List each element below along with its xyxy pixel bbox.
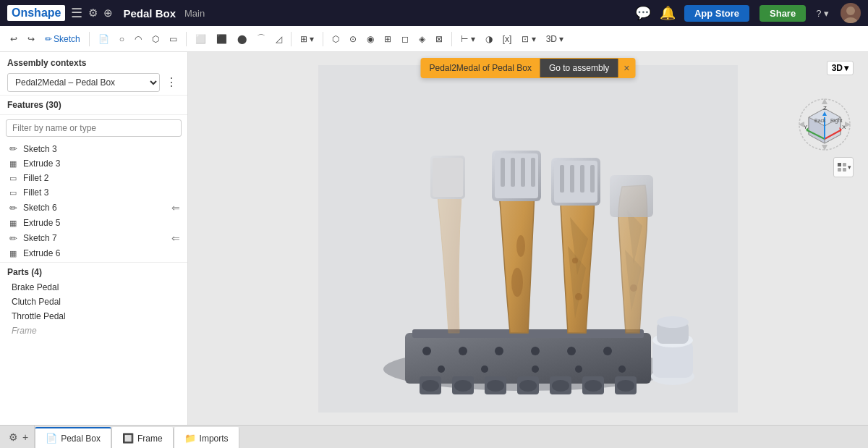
fillet-icon: ▭ <box>7 174 19 183</box>
tool-draft[interactable]: ◈ <box>414 31 430 47</box>
part-item-clutch[interactable]: Clutch Pedal <box>0 295 187 309</box>
tab-frame[interactable]: 🔲 Frame <box>111 427 174 448</box>
tool-shell[interactable]: ◻ <box>397 31 413 47</box>
notification-banner: Pedal2Medal of Pedal Box Go to assembly … <box>421 58 636 78</box>
bottom-tab-controls: ⚙ + <box>3 426 35 448</box>
tool-view-mode[interactable]: ⊡ ▾ <box>517 31 540 47</box>
separator-2 <box>186 32 187 46</box>
svg-point-33 <box>532 365 539 373</box>
tab-imports[interactable]: 📁 Imports <box>174 427 239 448</box>
tool-transform[interactable]: ⬡ <box>328 31 344 47</box>
folder-icon: 📁 <box>184 433 196 444</box>
viewport[interactable]: Pedal2Medal of Pedal Box Go to assembly … <box>188 52 868 425</box>
features-section: Features (30) ✏ Sketch 3 ▦ Extrude 3 ▭ F… <box>0 96 187 425</box>
feature-label: Fillet 2 <box>23 173 180 183</box>
feature-item-sketch6[interactable]: ✏ Sketch 6 ⇐ <box>0 200 187 216</box>
tool-curve[interactable]: ◠ <box>130 31 146 47</box>
feature-item-fillet2[interactable]: ▭ Fillet 2 <box>0 171 187 185</box>
fillet-icon: ▭ <box>7 188 19 198</box>
chat-icon[interactable]: 💬 <box>635 5 651 21</box>
tool-boolean[interactable]: ◉ <box>362 31 378 47</box>
chevron-down-icon: ▾ <box>844 63 848 73</box>
feature-item-extrude5[interactable]: ▦ Extrude 5 <box>0 216 187 230</box>
add-icon[interactable]: ⊕ <box>103 7 113 20</box>
tool-split[interactable]: ⊠ <box>431 31 447 47</box>
tool-pattern[interactable]: ⊞ <box>380 31 396 47</box>
tool-rect[interactable]: ▭ <box>165 31 182 47</box>
feature-item-extrude6[interactable]: ▦ Extrude 6 <box>0 246 187 261</box>
svg-point-77 <box>584 380 602 392</box>
redo-button[interactable]: ↪ <box>23 31 39 47</box>
svg-rect-43 <box>511 158 515 187</box>
svg-rect-44 <box>521 158 525 187</box>
svg-point-32 <box>481 365 488 373</box>
pencil-icon: ✏ <box>7 203 19 214</box>
feature-item-sketch3[interactable]: ✏ Sketch 3 <box>0 141 187 156</box>
context-dropdown[interactable]: Pedal2Medal – Pedal Box <box>7 73 160 92</box>
svg-point-35 <box>618 365 626 373</box>
svg-point-75 <box>519 380 537 392</box>
tab-pedal-box[interactable]: 📄 Pedal Box <box>35 427 111 448</box>
svg-rect-45 <box>531 158 535 187</box>
svg-rect-42 <box>501 158 505 187</box>
tool-expression[interactable]: [x] <box>498 31 516 47</box>
context-selector: Pedal2Medal – Pedal Box ⋮ <box>7 72 180 92</box>
tool-more-1[interactable]: ⊞ ▾ <box>296 31 318 47</box>
separator-4 <box>323 32 323 46</box>
go-to-assembly-button[interactable]: Go to assembly <box>540 59 618 77</box>
share-button[interactable]: Share <box>760 5 806 22</box>
hamburger-icon[interactable]: ☰ <box>71 5 82 21</box>
bottom-tabs: ⚙ + 📄 Pedal Box 🔲 Frame 📁 Imports <box>0 425 868 448</box>
feature-item-fillet3[interactable]: ▭ Fillet 3 <box>0 185 187 200</box>
feature-label: Sketch 7 <box>23 233 167 243</box>
view-cube[interactable]: X Y Z Right Back <box>796 96 854 153</box>
tool-cylinder[interactable]: ⬛ <box>212 31 231 47</box>
extrude-icon: ▦ <box>7 159 19 169</box>
bell-icon[interactable]: 🔔 <box>660 5 676 21</box>
part-item-brake[interactable]: Brake Pedal <box>0 280 187 295</box>
main-area: Assembly contexts Pedal2Medal – Pedal Bo… <box>0 52 868 425</box>
tab-label: Pedal Box <box>61 434 101 444</box>
tool-polygon[interactable]: ⬡ <box>148 31 163 47</box>
filter-input[interactable] <box>6 119 182 137</box>
tool-display[interactable]: ◑ <box>481 31 497 47</box>
part-item-frame[interactable]: Frame <box>0 324 187 338</box>
svg-rect-17 <box>838 163 841 166</box>
sidebar: Assembly contexts Pedal2Medal – Pedal Bo… <box>0 52 188 425</box>
view-options-button[interactable]: ▾ <box>833 157 854 177</box>
tab-label: Frame <box>137 434 163 444</box>
page-subtitle: Main <box>184 8 205 19</box>
tool-circle[interactable]: ○ <box>115 31 129 47</box>
tab-settings-icon[interactable]: ⚙ <box>9 431 18 443</box>
tool-measure[interactable]: ⊢ ▾ <box>456 31 479 47</box>
avatar[interactable] <box>841 3 861 23</box>
feature-item-extrude3[interactable]: ▦ Extrude 3 <box>0 156 187 171</box>
tool-fillet[interactable]: ⌒ <box>252 30 270 48</box>
close-banner-button[interactable]: × <box>618 58 635 78</box>
svg-point-64 <box>657 316 689 328</box>
banner-text: Pedal2Medal of Pedal Box <box>421 59 540 77</box>
part-item-throttle[interactable]: Throttle Pedal <box>0 309 187 324</box>
undo-button[interactable]: ↩ <box>6 31 22 47</box>
app-store-button[interactable]: App Store <box>684 5 749 22</box>
tab-add-icon[interactable]: + <box>22 431 28 443</box>
view-3d-button[interactable]: 3D ▾ <box>827 61 854 75</box>
sketch-button[interactable]: ✏ Sketch <box>41 31 85 47</box>
tool-new[interactable]: 📄 <box>94 31 114 47</box>
part-icon: 📄 <box>46 433 57 444</box>
tool-chamfer[interactable]: ◿ <box>271 31 286 47</box>
tool-3d-mode[interactable]: 3D ▾ <box>542 31 569 47</box>
tool-mate[interactable]: ⊙ <box>345 31 361 47</box>
help-button[interactable]: ? ▾ <box>816 8 829 19</box>
feature-item-sketch7[interactable]: ✏ Sketch 7 ⇐ <box>0 230 187 246</box>
svg-point-58 <box>630 284 637 292</box>
chevron-down-icon: ▾ <box>848 164 851 171</box>
tool-sphere[interactable]: ⬤ <box>233 31 251 47</box>
tool-box[interactable]: ⬜ <box>191 31 210 47</box>
context-label: Assembly contexts <box>7 58 180 68</box>
features-header: Features (30) <box>0 96 187 115</box>
right-face-label: Right <box>830 118 842 124</box>
svg-point-73 <box>454 380 472 392</box>
settings-icon[interactable]: ⚙ <box>88 7 98 20</box>
context-more-button[interactable]: ⋮ <box>163 72 180 92</box>
